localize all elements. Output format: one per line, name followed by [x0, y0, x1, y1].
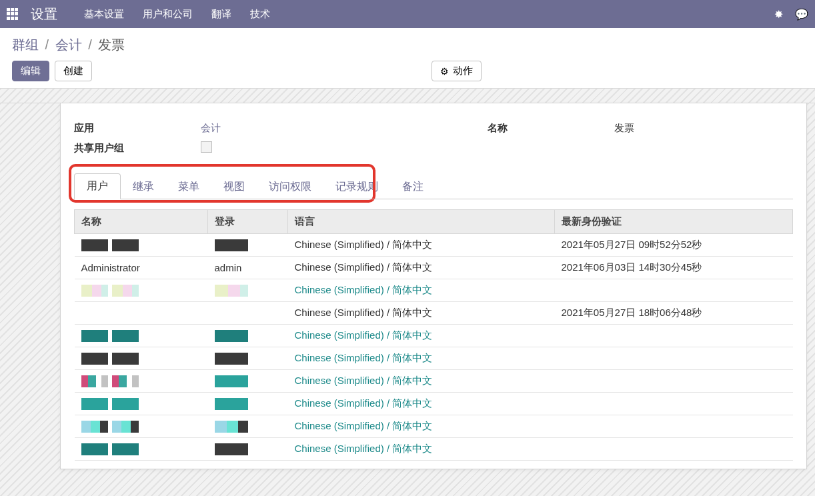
- tabs: 用户 继承 菜单 视图 访问权限 记录规则 备注: [74, 173, 793, 199]
- create-button[interactable]: 创建: [55, 61, 92, 81]
- table-row[interactable]: AdministratoradminChinese (Simplified) /…: [75, 257, 793, 279]
- cell-language[interactable]: Chinese (Simplified) / 简体中文: [288, 393, 555, 415]
- cell-name: [75, 347, 208, 370]
- cell-login: [208, 370, 288, 393]
- apps-icon[interactable]: [7, 8, 19, 20]
- col-last-auth[interactable]: 最新身份验证: [555, 210, 793, 234]
- tab-access-rights[interactable]: 访问权限: [257, 175, 323, 199]
- tab-users[interactable]: 用户: [74, 173, 121, 199]
- tab-menus[interactable]: 菜单: [166, 175, 211, 199]
- cell-language[interactable]: Chinese (Simplified) / 简体中文: [288, 347, 555, 370]
- cell-login: [208, 279, 288, 302]
- tab-notes[interactable]: 备注: [390, 175, 436, 199]
- cell-login: [208, 325, 288, 347]
- cell-name: [75, 438, 208, 461]
- debug-icon[interactable]: ✸: [774, 8, 783, 21]
- cell-last-auth: [555, 325, 793, 347]
- cell-last-auth: [555, 393, 793, 415]
- cell-last-auth: 2021年05月27日 18时06分48秒: [555, 302, 793, 325]
- cell-login: [208, 347, 288, 370]
- cell-name: [75, 415, 208, 438]
- cell-language[interactable]: Chinese (Simplified) / 简体中文: [288, 415, 555, 438]
- cell-last-auth: [555, 415, 793, 438]
- cell-language: Chinese (Simplified) / 简体中文: [288, 257, 555, 279]
- table-row[interactable]: Chinese (Simplified) / 简体中文2021年05月27日 0…: [75, 234, 793, 257]
- col-lang[interactable]: 语言: [288, 210, 555, 234]
- col-name[interactable]: 名称: [75, 210, 208, 234]
- cell-language: Chinese (Simplified) / 简体中文: [288, 234, 555, 257]
- cell-login: [208, 438, 288, 461]
- table-row[interactable]: Chinese (Simplified) / 简体中文: [75, 415, 793, 438]
- cell-last-auth: [555, 347, 793, 370]
- col-login[interactable]: 登录: [208, 210, 288, 234]
- value-name: 发票: [614, 122, 793, 135]
- table-row[interactable]: Chinese (Simplified) / 简体中文: [75, 370, 793, 393]
- users-table: 名称 登录 语言 最新身份验证 Chinese (Simplified) / 简…: [74, 209, 793, 461]
- table-row[interactable]: Chinese (Simplified) / 简体中文: [75, 325, 793, 347]
- cell-last-auth: [555, 370, 793, 393]
- form-fields: 应用 会计 名称 发票 共享用户组: [61, 122, 806, 155]
- cell-language[interactable]: Chinese (Simplified) / 简体中文: [288, 279, 555, 302]
- cell-language[interactable]: Chinese (Simplified) / 简体中文: [288, 325, 555, 347]
- tab-inherit[interactable]: 继承: [121, 175, 166, 199]
- cell-login: admin: [208, 257, 288, 279]
- cell-name: [75, 279, 208, 302]
- nav-basic-settings[interactable]: 基本设置: [84, 8, 124, 21]
- value-application[interactable]: 会计: [201, 122, 488, 135]
- cell-name: [75, 325, 208, 347]
- cell-last-auth: 2021年06月03日 14时30分45秒: [555, 257, 793, 279]
- app-title: 设置: [31, 5, 57, 23]
- table-row[interactable]: Chinese (Simplified) / 简体中文: [75, 438, 793, 461]
- cell-name: [75, 302, 208, 325]
- cell-name: [75, 234, 208, 257]
- edit-button[interactable]: 编辑: [12, 61, 49, 81]
- cell-language[interactable]: Chinese (Simplified) / 简体中文: [288, 438, 555, 461]
- cell-last-auth: [555, 438, 793, 461]
- action-button-label: 动作: [453, 65, 473, 77]
- cell-language[interactable]: Chinese (Simplified) / 简体中文: [288, 370, 555, 393]
- table-row[interactable]: Chinese (Simplified) / 简体中文: [75, 393, 793, 415]
- cell-login: [208, 302, 288, 325]
- nav-users-companies[interactable]: 用户和公司: [143, 8, 193, 21]
- tab-views[interactable]: 视图: [211, 175, 257, 199]
- breadcrumb: 群组 / 会计 / 发票: [12, 36, 803, 54]
- cell-login: [208, 415, 288, 438]
- tab-record-rules[interactable]: 记录规则: [323, 175, 390, 199]
- cell-language: Chinese (Simplified) / 简体中文: [288, 302, 555, 325]
- label-share-group: 共享用户组: [74, 142, 201, 155]
- cell-name: [75, 370, 208, 393]
- share-group-checkbox[interactable]: [201, 141, 212, 153]
- cell-login: [208, 234, 288, 257]
- control-panel: 群组 / 会计 / 发票 编辑 创建 ⚙ 动作: [0, 28, 815, 89]
- top-navbar: 设置 基本设置 用户和公司 翻译 技术 ✸ 💬: [0, 0, 815, 28]
- table-row[interactable]: Chinese (Simplified) / 简体中文2021年05月27日 1…: [75, 302, 793, 325]
- nav-technical[interactable]: 技术: [250, 8, 270, 21]
- breadcrumb-mid[interactable]: 会计: [55, 37, 82, 52]
- breadcrumb-root[interactable]: 群组: [12, 37, 39, 52]
- label-application: 应用: [74, 122, 201, 135]
- cell-name: Administrator: [75, 257, 208, 279]
- action-button[interactable]: ⚙ 动作: [432, 61, 482, 81]
- table-row[interactable]: Chinese (Simplified) / 简体中文: [75, 347, 793, 370]
- messages-icon[interactable]: 💬: [795, 8, 808, 21]
- form-sheet: 应用 会计 名称 发票 共享用户组 用户 继承 菜单 视图 访问权限 记录规则 …: [60, 103, 807, 469]
- label-name: 名称: [488, 122, 614, 135]
- gear-icon: ⚙: [440, 66, 449, 77]
- sheet-backdrop-top: [0, 89, 815, 103]
- cell-last-auth: 2021年05月27日 09时52分52秒: [555, 234, 793, 257]
- cell-name: [75, 393, 208, 415]
- table-row[interactable]: Chinese (Simplified) / 简体中文: [75, 279, 793, 302]
- nav-translate[interactable]: 翻译: [211, 8, 231, 21]
- cell-login: [208, 393, 288, 415]
- cell-last-auth: [555, 279, 793, 302]
- breadcrumb-current: 发票: [98, 37, 125, 52]
